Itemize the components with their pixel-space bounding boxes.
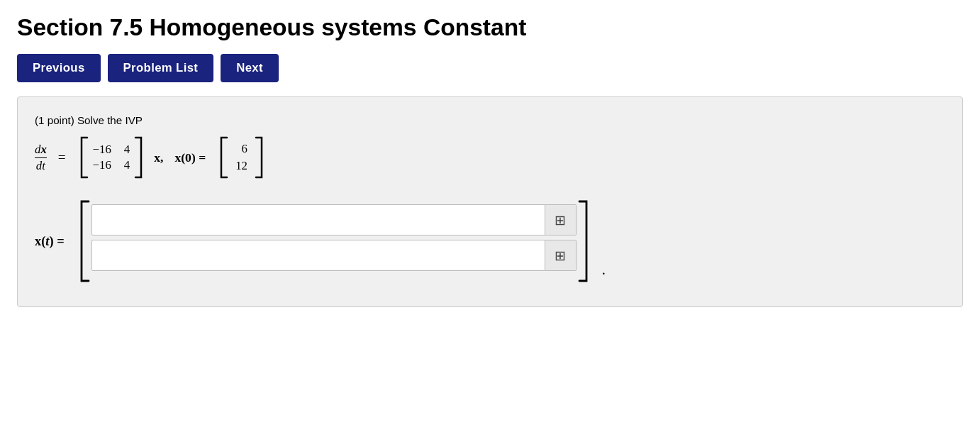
matrix-a-content: −16 4 −16 4 (90, 140, 133, 175)
problem-label: (1 point) Solve the IVP (35, 114, 941, 126)
problem-box: (1 point) Solve the IVP dx dt = −16 4 −1… (17, 96, 963, 307)
answer-row: x(t) = ⊞ ⊞ (35, 199, 941, 284)
matrix-a-r0c0: −16 (93, 143, 111, 157)
previous-button[interactable]: Previous (17, 54, 101, 82)
initial-vector-wrap: 6 12 (217, 136, 266, 179)
init-bracket-right (253, 136, 266, 179)
input-row-1: ⊞ (91, 204, 577, 235)
matrix-bracket-right (133, 136, 145, 179)
x0-label: x(0) = (174, 150, 206, 165)
grid-button-2[interactable]: ⊞ (545, 240, 577, 271)
answer-input-1[interactable] (91, 204, 545, 235)
init-v1: 12 (235, 159, 247, 173)
matrix-a-r0c1: 4 (124, 143, 130, 157)
answer-inputs: ⊞ ⊞ (91, 199, 577, 284)
matrix-bracket-left (77, 136, 90, 179)
input-row-2: ⊞ (91, 240, 577, 271)
equals-sign: = (58, 150, 66, 165)
matrix-a-wrap: −16 4 −16 4 (77, 136, 146, 179)
x-vector: x, (154, 150, 163, 165)
next-button[interactable]: Next (221, 54, 279, 82)
grid-button-1[interactable]: ⊞ (545, 204, 577, 235)
answer-bracket-left (76, 199, 91, 284)
matrix-a-r1c0: −16 (93, 158, 111, 172)
answer-matrix-wrap: ⊞ ⊞ (76, 199, 592, 284)
page-title: Section 7.5 Homogeneous systems Constant (17, 14, 963, 41)
answer-input-2[interactable] (91, 240, 545, 271)
init-v0: 6 (235, 142, 247, 156)
problem-list-button[interactable]: Problem List (108, 54, 214, 82)
fraction-denominator: dt (36, 158, 45, 173)
xt-label: x(t) = (35, 234, 65, 249)
matrix-a-r1c1: 4 (124, 158, 130, 172)
derivative-fraction: dx dt (35, 143, 47, 173)
fraction-numerator: dx (35, 143, 47, 158)
equation-row: dx dt = −16 4 −16 4 (35, 136, 941, 179)
initial-vector-content: 6 12 (230, 139, 253, 176)
answer-bracket-right (577, 199, 592, 284)
period: . (602, 261, 606, 284)
nav-buttons: Previous Problem List Next (17, 54, 963, 82)
init-bracket-left (217, 136, 230, 179)
